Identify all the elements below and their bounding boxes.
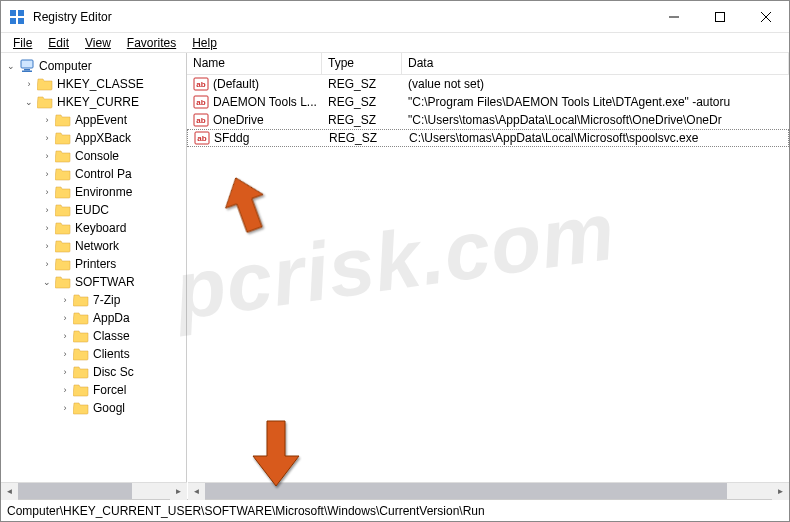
- svg-rect-0: [10, 10, 16, 16]
- svg-rect-3: [18, 18, 24, 24]
- expand-icon[interactable]: ›: [41, 168, 53, 180]
- tree-item-label: Classe: [93, 329, 130, 343]
- tree-item[interactable]: ⌄SOFTWAR: [1, 273, 186, 291]
- value-name-cell: abOneDrive: [187, 112, 322, 128]
- expand-icon[interactable]: ›: [41, 222, 53, 234]
- main-area: ⌄Computer›HKEY_CLASSE⌄HKEY_CURRE›AppEven…: [1, 53, 789, 499]
- menu-help[interactable]: Help: [184, 34, 225, 52]
- tree-item[interactable]: ⌄Computer: [1, 57, 186, 75]
- menu-favorites[interactable]: Favorites: [119, 34, 184, 52]
- tree-item-label: Googl: [93, 401, 125, 415]
- tree-item[interactable]: ›AppEvent: [1, 111, 186, 129]
- expand-icon[interactable]: ›: [41, 240, 53, 252]
- value-data-cell: "C:\Program Files\DAEMON Tools Lite\DTAg…: [402, 95, 789, 109]
- list-header: Name Type Data: [187, 53, 789, 75]
- expand-icon[interactable]: ›: [41, 150, 53, 162]
- expand-icon[interactable]: ›: [41, 204, 53, 216]
- menu-edit[interactable]: Edit: [40, 34, 77, 52]
- folder-icon: [55, 130, 71, 146]
- tree-item[interactable]: ›Keyboard: [1, 219, 186, 237]
- value-row[interactable]: abOneDriveREG_SZ"C:\Users\tomas\AppData\…: [187, 111, 789, 129]
- tree-item-label: AppXBack: [75, 131, 131, 145]
- folder-icon: [55, 148, 71, 164]
- tree-item-label: Forcel: [93, 383, 126, 397]
- scroll-right-icon[interactable]: ►: [772, 483, 789, 500]
- menu-view[interactable]: View: [77, 34, 119, 52]
- tree-item[interactable]: ›AppXBack: [1, 129, 186, 147]
- expand-icon[interactable]: ›: [41, 114, 53, 126]
- value-data-cell: "C:\Users\tomas\AppData\Local\Microsoft\…: [402, 113, 789, 127]
- list-panel[interactable]: Name Type Data ab(Default)REG_SZ(value n…: [187, 53, 789, 499]
- menu-file[interactable]: File: [5, 34, 40, 52]
- folder-icon: [37, 94, 53, 110]
- tree-item[interactable]: ›Printers: [1, 255, 186, 273]
- tree-item-label: Console: [75, 149, 119, 163]
- minimize-button[interactable]: [651, 1, 697, 32]
- tree-item-label: 7-Zip: [93, 293, 120, 307]
- tree-item[interactable]: ›Network: [1, 237, 186, 255]
- folder-icon: [55, 184, 71, 200]
- collapse-icon[interactable]: ⌄: [41, 276, 53, 288]
- maximize-button[interactable]: [697, 1, 743, 32]
- tree-item[interactable]: ›Forcel: [1, 381, 186, 399]
- tree-item[interactable]: ›7-Zip: [1, 291, 186, 309]
- svg-rect-2: [10, 18, 16, 24]
- tree-item-label: Environme: [75, 185, 132, 199]
- value-row[interactable]: ab(Default)REG_SZ(value not set): [187, 75, 789, 93]
- tree-item[interactable]: ›Console: [1, 147, 186, 165]
- value-name-cell: abSFddg: [188, 130, 323, 146]
- value-type-cell: REG_SZ: [323, 131, 403, 145]
- tree-item[interactable]: ›EUDC: [1, 201, 186, 219]
- path-input[interactable]: [7, 504, 783, 518]
- svg-text:ab: ab: [196, 80, 205, 89]
- value-row[interactable]: abSFddgREG_SZC:\Users\tomas\AppData\Loca…: [187, 129, 789, 147]
- tree-item[interactable]: ›Control Pa: [1, 165, 186, 183]
- tree-item[interactable]: ›Disc Sc: [1, 363, 186, 381]
- tree-item-label: Network: [75, 239, 119, 253]
- folder-icon: [55, 220, 71, 236]
- folder-icon: [37, 76, 53, 92]
- expand-icon[interactable]: ›: [59, 384, 71, 396]
- expand-icon[interactable]: ›: [59, 366, 71, 378]
- expand-icon[interactable]: ›: [59, 348, 71, 360]
- collapse-icon[interactable]: ⌄: [23, 96, 35, 108]
- window-title: Registry Editor: [33, 10, 651, 24]
- col-header-name[interactable]: Name: [187, 53, 322, 74]
- value-row[interactable]: abDAEMON Tools L...REG_SZ"C:\Program Fil…: [187, 93, 789, 111]
- tree-item[interactable]: ⌄HKEY_CURRE: [1, 93, 186, 111]
- col-header-type[interactable]: Type: [322, 53, 402, 74]
- folder-icon: [55, 274, 71, 290]
- tree-item[interactable]: ›AppDa: [1, 309, 186, 327]
- computer-icon: [19, 58, 35, 74]
- scroll-left-icon[interactable]: ◄: [1, 483, 18, 500]
- tree-item[interactable]: ›Environme: [1, 183, 186, 201]
- value-data-cell: (value not set): [402, 77, 789, 91]
- svg-text:ab: ab: [196, 98, 205, 107]
- close-button[interactable]: [743, 1, 789, 32]
- expand-icon[interactable]: ›: [41, 258, 53, 270]
- expand-icon[interactable]: ›: [59, 402, 71, 414]
- scroll-right-icon[interactable]: ►: [170, 483, 187, 500]
- expand-icon[interactable]: ›: [59, 294, 71, 306]
- expand-icon[interactable]: ›: [59, 330, 71, 342]
- tree-item[interactable]: ›HKEY_CLASSE: [1, 75, 186, 93]
- col-header-data[interactable]: Data: [402, 53, 789, 74]
- menubar: File Edit View Favorites Help: [1, 33, 789, 53]
- tree-item[interactable]: ›Clients: [1, 345, 186, 363]
- list-hscrollbar[interactable]: ◄ ►: [188, 482, 789, 499]
- value-type-cell: REG_SZ: [322, 113, 402, 127]
- tree-hscrollbar[interactable]: ◄ ►: [1, 482, 187, 499]
- regedit-app-icon: [9, 9, 25, 25]
- expand-icon[interactable]: ›: [59, 312, 71, 324]
- expand-icon[interactable]: ›: [41, 132, 53, 144]
- folder-icon: [55, 202, 71, 218]
- expand-icon[interactable]: ›: [23, 78, 35, 90]
- scroll-left-icon[interactable]: ◄: [188, 483, 205, 500]
- tree-item[interactable]: ›Googl: [1, 399, 186, 417]
- tree-item-label: HKEY_CLASSE: [57, 77, 144, 91]
- collapse-icon[interactable]: ⌄: [5, 60, 17, 72]
- expand-icon[interactable]: ›: [41, 186, 53, 198]
- tree-item[interactable]: ›Classe: [1, 327, 186, 345]
- tree-panel[interactable]: ⌄Computer›HKEY_CLASSE⌄HKEY_CURRE›AppEven…: [1, 53, 187, 499]
- folder-icon: [55, 256, 71, 272]
